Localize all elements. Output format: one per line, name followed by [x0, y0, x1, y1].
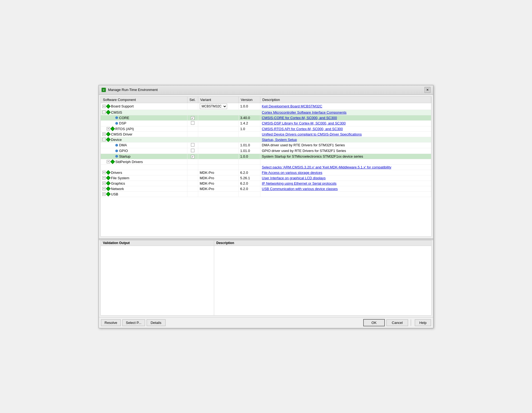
table-row: +USB — [101, 191, 431, 197]
title-bar: V Manage Run-Time Environment ✕ — [99, 85, 433, 95]
description-link[interactable]: Unified Device Drivers compliant to CMSI… — [262, 132, 362, 136]
validation-content — [101, 246, 214, 315]
component-label: RTOS (API) — [115, 127, 134, 131]
table-row: +GraphicsMDK-Pro6.2.0IP Networking using… — [101, 181, 431, 186]
checkbox-checked[interactable]: ✓ — [191, 155, 194, 158]
component-label: Startup — [119, 154, 130, 158]
expand-button[interactable]: + — [107, 160, 110, 163]
component-table-area: Software Component Sel. Variant Version … — [100, 96, 432, 237]
expand-button[interactable]: + — [102, 133, 106, 136]
table-row: +StdPeriph Drivers — [101, 159, 431, 164]
description-link[interactable]: Startup, System Setup — [262, 138, 297, 142]
version-label: 1.01.0 — [240, 143, 250, 147]
description-link[interactable]: CMSIS-CORE for Cortex-M, SC000, and SC30… — [262, 116, 337, 120]
description-content — [214, 246, 431, 315]
checkbox-unchecked[interactable] — [191, 143, 194, 147]
description-link[interactable]: Keil Development Board MCBSTM32C — [262, 104, 322, 108]
app-icon: V — [102, 88, 106, 92]
description-link[interactable]: File Access on various storage devices — [262, 171, 322, 175]
svg-text:V: V — [103, 89, 105, 91]
resolve-button[interactable]: Resolve — [101, 319, 121, 326]
component-label: Network — [111, 187, 124, 191]
details-button[interactable]: Details — [147, 319, 166, 326]
variant-select[interactable]: MCBSTM32C — [200, 104, 227, 109]
description-link[interactable]: USB Communication with various device cl… — [262, 187, 338, 191]
header-description: Description — [260, 97, 431, 103]
version-label: 6.2.0 — [240, 187, 248, 191]
select-p-button[interactable]: Select P... — [122, 319, 145, 326]
table-row: +NetworkMDK-Pro6.2.0USB Communication wi… — [101, 186, 431, 191]
manage-rte-window: V Manage Run-Time Environment ✕ Software… — [99, 85, 433, 328]
component-label: DMA — [119, 143, 127, 147]
table-row: DMA1.01.0DMA driver used by RTE Drivers … — [101, 142, 431, 148]
description-link[interactable]: User Interface on graphical LCD displays — [262, 176, 326, 180]
component-label: Graphics — [111, 181, 125, 185]
description-link[interactable]: CMSIS-RTOS API for Cortex-M, SC000, and … — [262, 127, 343, 131]
table-row: +DriversMDK-Pro6.2.0File Access on vario… — [101, 170, 431, 175]
expand-button[interactable]: + — [102, 187, 106, 190]
expand-button[interactable]: + — [102, 171, 106, 174]
description-link[interactable]: Select packs 'ARM.CMSIS.3.20.x' and 'Kei… — [262, 165, 392, 169]
component-icon — [115, 144, 118, 147]
description-header: Description — [214, 240, 431, 246]
description-link[interactable]: IP Networking using Ethernet or Serial p… — [262, 181, 337, 185]
version-label: 1.4.2 — [240, 121, 248, 125]
expand-button[interactable]: - — [102, 111, 106, 114]
version-label: 1.0.0 — [240, 104, 248, 108]
component-label: StdPeriph Drivers — [115, 160, 143, 164]
close-button[interactable]: ✕ — [425, 87, 430, 93]
footer-separator — [411, 319, 411, 326]
component-label: DSP — [119, 121, 126, 125]
checkbox-unchecked[interactable] — [191, 121, 194, 125]
expand-button[interactable]: + — [102, 182, 106, 185]
table-row: -DeviceStartup, System Setup — [101, 137, 431, 142]
variant-label: MDK-Pro — [200, 181, 214, 185]
table-row: +File SystemMDK-Pro5.26.1User Interface … — [101, 175, 431, 181]
table-row: Select packs 'ARM.CMSIS.3.20.x' and 'Kei… — [101, 164, 431, 170]
window-title: Manage Run-Time Environment — [108, 88, 158, 92]
diamond-green-icon — [106, 176, 111, 180]
validation-header: Validation Output — [101, 240, 214, 246]
description-link[interactable]: CMSIS-DSP Library for Cortex-M, SC000, a… — [262, 121, 346, 125]
expand-button[interactable]: + — [102, 192, 106, 196]
expand-button[interactable]: + — [107, 127, 110, 130]
table-row: Startup✓1.0.0System Startup for STMicroe… — [101, 154, 431, 159]
diamond-green-icon — [106, 170, 111, 175]
diamond-green-icon — [110, 127, 115, 131]
diamond-green-icon — [106, 132, 111, 137]
header-sel: Sel. — [187, 97, 198, 103]
diamond-green-icon — [106, 110, 111, 115]
checkbox-unchecked[interactable] — [191, 149, 194, 152]
bottom-panel: Validation Output Description — [100, 240, 432, 316]
help-button[interactable]: Help — [415, 319, 431, 326]
component-table: Software Component Sel. Variant Version … — [101, 97, 431, 197]
variant-label: MDK-Pro — [200, 187, 214, 191]
component-label: CORE — [119, 116, 129, 120]
diamond-green-icon — [106, 192, 111, 197]
header-component: Software Component — [101, 97, 187, 103]
checkbox-checked[interactable]: ✓ — [191, 116, 194, 120]
version-label: 6.2.0 — [240, 171, 248, 175]
ok-button[interactable]: OK — [363, 319, 385, 326]
component-label: Drivers — [111, 171, 122, 175]
cancel-button[interactable]: Cancel — [386, 319, 408, 326]
component-label: Device — [111, 138, 122, 142]
expand-button[interactable]: + — [102, 105, 106, 108]
table-row: DSP1.4.2CMSIS-DSP Library for Cortex-M, … — [101, 120, 431, 126]
diamond-green-icon — [110, 160, 115, 164]
description-link[interactable]: Cortex Microcontroller Software Interfac… — [262, 110, 347, 114]
variant-label: MDK-Pro — [200, 176, 214, 180]
main-content: Software Component Sel. Variant Version … — [99, 95, 433, 317]
component-label: File System — [111, 176, 129, 180]
version-label: 5.26.1 — [240, 176, 250, 180]
table-row: CORE✓3.40.0CMSIS-CORE for Cortex-M, SC00… — [101, 115, 431, 120]
table-row: +Board SupportMCBSTM32C1.0.0Keil Develop… — [101, 103, 431, 110]
expand-button[interactable]: + — [102, 176, 106, 180]
diamond-green-icon — [106, 137, 111, 142]
description-text: System Startup for STMicroelectronics ST… — [262, 154, 363, 158]
component-icon — [115, 122, 118, 125]
diamond-green-icon — [106, 181, 111, 186]
expand-button[interactable]: - — [102, 138, 106, 141]
table-row: -CMSISCortex Microcontroller Software In… — [101, 110, 431, 115]
description-pane: Description — [214, 240, 431, 315]
